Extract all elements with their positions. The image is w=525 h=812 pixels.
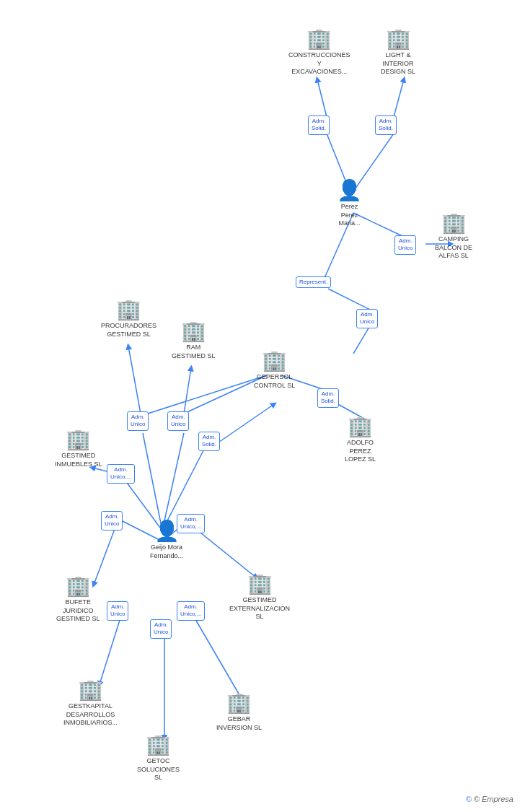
building-icon-procuradores: 🏢 [116,300,141,320]
node-gestimed-inmuebles: 🏢 GESTIMED INMUEBLES SL [55,429,102,468]
label-gebar: GEBAR INVERSION SL [216,715,262,732]
building-icon-gestimed-inmuebles: 🏢 [66,429,91,450]
badge-camping-adm: Adm.Unico [394,235,416,255]
building-icon-gebar: 🏢 [226,693,252,713]
badge-bufete-adm2: Adm.Unico [150,619,172,639]
label-getoc: GETOC SOLUCIONES SL [137,757,180,782]
svg-line-14 [184,368,191,414]
label-bufete: BUFETE JURIDICO GESTIMED SL [56,598,100,624]
building-icon-gepersol: 🏢 [262,351,287,371]
label-ram: RAM GESTIMED SL [172,344,216,360]
building-icon-light: 🏢 [386,29,411,49]
person-icon-geijo: 👤 [154,521,180,541]
node-gestkapital: 🏢 GESTKAPITAL DESARROLLOS INMOBILIARIOS.… [63,680,118,728]
label-procuradores: PROCURADORES GESTIMED SL [101,322,156,339]
svg-line-21 [193,616,242,699]
node-ram: 🏢 RAM GESTIMED SL [172,321,216,360]
label-gestkapital: GESTKAPITAL DESARROLLOS INMOBILIARIOS... [63,702,118,728]
node-adolfo: 🏢 ADOLFO PEREZ LOPEZ SL [345,416,376,464]
badge-adolfo-adm: Adm.Solid. [317,388,339,408]
badge-bufete-adm1: Adm.Unico [107,601,128,621]
label-gestimed-inmuebles: GESTIMED INMUEBLES SL [55,452,102,468]
watermark: © © Empresa [466,795,513,803]
badge-inmuebles-adm: Adm.Unico,... [107,464,135,484]
badge-construcciones-adm: Adm.Solid. [308,115,330,135]
svg-line-24 [143,433,162,531]
building-icon-gestimed-ext: 🏢 [247,574,273,594]
node-perez-perez: 👤 Perez Perez Maria... [337,180,362,228]
svg-line-11 [148,375,267,414]
label-construcciones: CONSTRUCCIONES Y EXCAVACIONES... [288,51,350,77]
building-icon-construcciones: 🏢 [306,29,332,49]
node-procuradores: 🏢 PROCURADORES GESTIMED SL [101,300,156,339]
node-gebar: 🏢 GEBAR INVERSION SL [216,693,262,732]
building-icon-camping: 🏢 [441,213,467,233]
svg-line-12 [128,346,141,414]
label-light: LIGHT & INTERIOR DESIGN SL [381,51,415,77]
watermark-text: © Empresa [474,795,513,803]
label-gestimed-ext: GESTIMED EXTERNALIZACION SL [229,596,290,621]
building-icon-ram: 🏢 [181,321,206,341]
label-gepersol: GEPERSOL CONTROL SL [254,373,295,390]
diagram: 🏢 CONSTRUCCIONES Y EXCAVACIONES... 🏢 LIG… [0,0,525,812]
node-camping: 🏢 CAMPING BALCON DE ALFAS SL [435,213,472,261]
svg-line-15 [216,404,274,444]
svg-line-18 [193,527,256,577]
badge-proc-adm: Adm.Unico [127,411,149,431]
node-gestimed-ext: 🏢 GESTIMED EXTERNALIZACION SL [229,574,290,621]
label-adolfo: ADOLFO PEREZ LOPEZ SL [345,439,376,464]
node-bufete: 🏢 BUFETE JURIDICO GESTIMED SL [56,576,100,624]
svg-line-1 [394,79,404,117]
badge-light-adm: Adm.Solid. [375,115,397,135]
badge-gepersol-adm: Adm.Unico [356,309,378,328]
label-perez: Perez Perez Maria... [338,203,360,228]
building-icon-gestkapital: 🏢 [78,680,103,700]
label-geijo: Geijo Mora Fernando... [150,543,183,560]
badge-ext-adm: Adm.Unico,... [177,601,205,621]
building-icon-bufete: 🏢 [66,576,91,596]
badge-represent: Represent. [296,276,331,288]
svg-line-7 [328,289,371,310]
svg-line-19 [100,616,121,684]
building-icon-adolfo: 🏢 [348,416,373,437]
watermark-symbol: © [466,795,472,803]
person-icon-perez: 👤 [337,180,362,201]
node-getoc: 🏢 GETOC SOLUCIONES SL [137,735,180,782]
node-gepersol: 🏢 GEPERSOL CONTROL SL [254,351,295,390]
badge-ram-adm: Adm.Unico [167,411,189,431]
badge-solid3: Adm.Solid. [198,432,220,451]
badge-geijo-unico1: Adm.Unico [101,511,123,531]
building-icon-getoc: 🏢 [146,735,171,755]
label-camping: CAMPING BALCON DE ALFAS SL [435,235,472,261]
svg-line-0 [317,79,327,117]
badge-geijo-unico2: Adm.Unico,... [177,514,205,533]
node-light-interior: 🏢 LIGHT & INTERIOR DESIGN SL [381,29,415,77]
node-construcciones: 🏢 CONSTRUCCIONES Y EXCAVACIONES... [288,29,350,77]
